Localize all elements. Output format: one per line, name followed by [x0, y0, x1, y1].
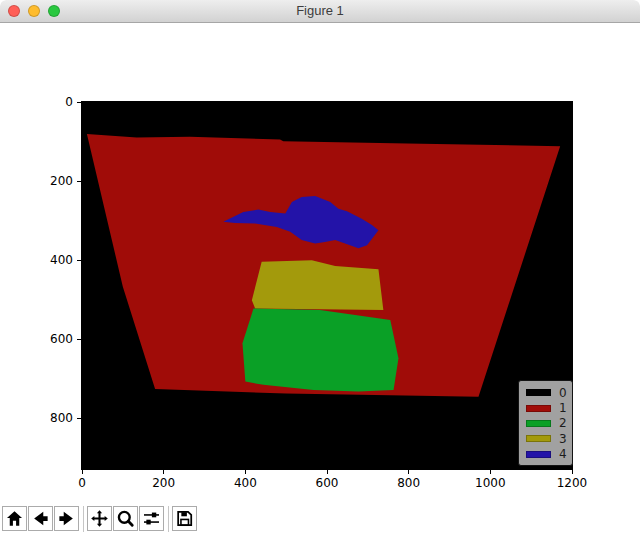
x-tick-label: 1000 — [460, 475, 520, 491]
x-tick — [490, 470, 491, 474]
pan-button[interactable] — [87, 506, 112, 531]
toolbar-separator — [168, 506, 169, 532]
x-tick-label: 600 — [297, 475, 357, 491]
back-icon — [31, 509, 50, 528]
legend-label: 0 — [559, 387, 567, 399]
segmentation-image — [82, 102, 572, 469]
forward-icon — [57, 509, 76, 528]
legend-entry: 3 — [519, 431, 572, 446]
y-tick — [77, 260, 81, 261]
legend-swatch — [526, 389, 551, 396]
titlebar[interactable]: Figure 1 — [0, 0, 640, 23]
x-tick — [163, 470, 164, 474]
back-button[interactable] — [28, 506, 53, 531]
zoom-icon — [116, 509, 135, 528]
figure-canvas: 0200400600800100012000200400600800 01234 — [0, 23, 640, 502]
plot-area[interactable] — [81, 101, 573, 470]
y-tick-label: 200 — [29, 173, 73, 189]
pan-icon — [90, 509, 109, 528]
window-title: Figure 1 — [0, 0, 640, 22]
legend-label: 3 — [559, 433, 567, 445]
zoom-button[interactable] — [113, 506, 138, 531]
maximize-button[interactable] — [48, 5, 60, 17]
legend-swatch — [526, 405, 551, 412]
y-tick-label: 0 — [29, 94, 73, 110]
legend-entry: 2 — [519, 416, 572, 431]
y-tick — [77, 339, 81, 340]
y-tick — [77, 181, 81, 182]
y-tick — [77, 418, 81, 419]
legend-label: 2 — [559, 417, 567, 429]
legend-entry: 0 — [519, 385, 572, 400]
x-tick — [245, 470, 246, 474]
y-tick-label: 800 — [29, 410, 73, 426]
x-tick — [327, 470, 328, 474]
window-controls — [8, 5, 60, 17]
save-button[interactable] — [172, 506, 197, 531]
x-tick — [82, 470, 83, 474]
home-button[interactable] — [2, 506, 27, 531]
x-tick-label: 1200 — [542, 475, 602, 491]
y-tick-label: 400 — [29, 252, 73, 268]
legend: 01234 — [518, 380, 573, 466]
y-tick — [77, 102, 81, 103]
legend-swatch — [526, 435, 551, 442]
legend-swatch — [526, 420, 551, 427]
legend-entry: 1 — [519, 400, 572, 415]
figure-window: Figure 1 0200400600800100012000200400600… — [0, 0, 640, 536]
x-tick-label: 800 — [379, 475, 439, 491]
x-tick — [572, 470, 573, 474]
x-tick-label: 400 — [215, 475, 275, 491]
forward-button[interactable] — [54, 506, 79, 531]
configure-subplots-button[interactable] — [139, 506, 164, 531]
legend-label: 1 — [559, 402, 567, 414]
x-tick-label: 0 — [52, 475, 112, 491]
y-tick-label: 600 — [29, 331, 73, 347]
legend-swatch — [526, 451, 551, 458]
close-button[interactable] — [8, 5, 20, 17]
toolbar — [0, 502, 640, 536]
minimize-button[interactable] — [28, 5, 40, 17]
save-icon — [175, 509, 194, 528]
legend-entry: 4 — [519, 447, 572, 462]
home-icon — [5, 509, 24, 528]
x-tick — [408, 470, 409, 474]
region-class-2 — [242, 308, 398, 391]
legend-label: 4 — [559, 448, 567, 460]
x-tick-label: 200 — [134, 475, 194, 491]
subplots-icon — [142, 509, 161, 528]
toolbar-separator — [83, 506, 84, 532]
